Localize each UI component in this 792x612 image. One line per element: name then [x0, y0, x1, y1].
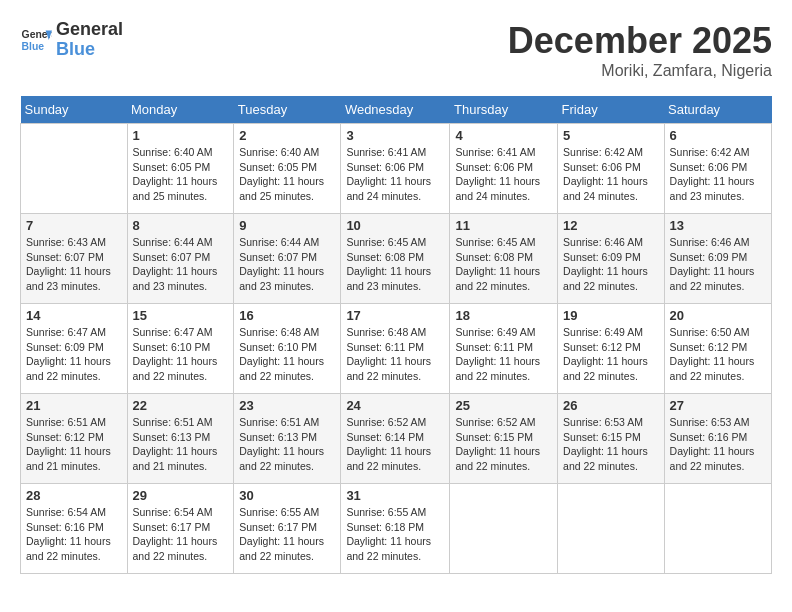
day-number: 24 — [346, 398, 444, 413]
day-number: 18 — [455, 308, 552, 323]
calendar-cell: 4Sunrise: 6:41 AMSunset: 6:06 PMDaylight… — [450, 124, 558, 214]
calendar-header-sunday: Sunday — [21, 96, 128, 124]
day-number: 19 — [563, 308, 659, 323]
calendar-cell: 30Sunrise: 6:55 AMSunset: 6:17 PMDayligh… — [234, 484, 341, 574]
calendar-table: SundayMondayTuesdayWednesdayThursdayFrid… — [20, 96, 772, 574]
calendar-cell: 6Sunrise: 6:42 AMSunset: 6:06 PMDaylight… — [664, 124, 771, 214]
day-info: Sunrise: 6:51 AMSunset: 6:13 PMDaylight:… — [239, 415, 335, 474]
page-header: General Blue General Blue December 2025 … — [20, 20, 772, 80]
calendar-cell: 7Sunrise: 6:43 AMSunset: 6:07 PMDaylight… — [21, 214, 128, 304]
logo-text: General Blue — [56, 20, 123, 60]
calendar-cell: 3Sunrise: 6:41 AMSunset: 6:06 PMDaylight… — [341, 124, 450, 214]
svg-text:Blue: Blue — [22, 40, 45, 51]
day-number: 23 — [239, 398, 335, 413]
calendar-cell: 10Sunrise: 6:45 AMSunset: 6:08 PMDayligh… — [341, 214, 450, 304]
day-info: Sunrise: 6:40 AMSunset: 6:05 PMDaylight:… — [133, 145, 229, 204]
day-info: Sunrise: 6:49 AMSunset: 6:12 PMDaylight:… — [563, 325, 659, 384]
day-info: Sunrise: 6:49 AMSunset: 6:11 PMDaylight:… — [455, 325, 552, 384]
month-year: December 2025 — [508, 20, 772, 62]
calendar-cell — [450, 484, 558, 574]
day-number: 10 — [346, 218, 444, 233]
calendar-cell: 29Sunrise: 6:54 AMSunset: 6:17 PMDayligh… — [127, 484, 234, 574]
week-row-3: 14Sunrise: 6:47 AMSunset: 6:09 PMDayligh… — [21, 304, 772, 394]
calendar-cell: 14Sunrise: 6:47 AMSunset: 6:09 PMDayligh… — [21, 304, 128, 394]
day-info: Sunrise: 6:53 AMSunset: 6:15 PMDaylight:… — [563, 415, 659, 474]
day-number: 3 — [346, 128, 444, 143]
calendar-cell: 21Sunrise: 6:51 AMSunset: 6:12 PMDayligh… — [21, 394, 128, 484]
day-number: 28 — [26, 488, 122, 503]
day-number: 22 — [133, 398, 229, 413]
day-info: Sunrise: 6:50 AMSunset: 6:12 PMDaylight:… — [670, 325, 766, 384]
day-number: 30 — [239, 488, 335, 503]
calendar-cell: 8Sunrise: 6:44 AMSunset: 6:07 PMDaylight… — [127, 214, 234, 304]
day-number: 12 — [563, 218, 659, 233]
day-number: 20 — [670, 308, 766, 323]
day-number: 11 — [455, 218, 552, 233]
day-info: Sunrise: 6:55 AMSunset: 6:18 PMDaylight:… — [346, 505, 444, 564]
calendar-header-saturday: Saturday — [664, 96, 771, 124]
calendar-header-tuesday: Tuesday — [234, 96, 341, 124]
day-info: Sunrise: 6:45 AMSunset: 6:08 PMDaylight:… — [455, 235, 552, 294]
calendar-cell: 26Sunrise: 6:53 AMSunset: 6:15 PMDayligh… — [558, 394, 665, 484]
calendar-cell: 16Sunrise: 6:48 AMSunset: 6:10 PMDayligh… — [234, 304, 341, 394]
day-info: Sunrise: 6:41 AMSunset: 6:06 PMDaylight:… — [346, 145, 444, 204]
day-info: Sunrise: 6:44 AMSunset: 6:07 PMDaylight:… — [133, 235, 229, 294]
calendar-header-monday: Monday — [127, 96, 234, 124]
calendar-header-wednesday: Wednesday — [341, 96, 450, 124]
day-number: 9 — [239, 218, 335, 233]
logo-icon: General Blue — [20, 24, 52, 56]
day-number: 7 — [26, 218, 122, 233]
week-row-2: 7Sunrise: 6:43 AMSunset: 6:07 PMDaylight… — [21, 214, 772, 304]
day-info: Sunrise: 6:51 AMSunset: 6:13 PMDaylight:… — [133, 415, 229, 474]
day-number: 17 — [346, 308, 444, 323]
calendar-cell: 2Sunrise: 6:40 AMSunset: 6:05 PMDaylight… — [234, 124, 341, 214]
day-info: Sunrise: 6:53 AMSunset: 6:16 PMDaylight:… — [670, 415, 766, 474]
day-info: Sunrise: 6:42 AMSunset: 6:06 PMDaylight:… — [670, 145, 766, 204]
day-number: 6 — [670, 128, 766, 143]
calendar-cell: 19Sunrise: 6:49 AMSunset: 6:12 PMDayligh… — [558, 304, 665, 394]
day-info: Sunrise: 6:46 AMSunset: 6:09 PMDaylight:… — [563, 235, 659, 294]
calendar-cell: 17Sunrise: 6:48 AMSunset: 6:11 PMDayligh… — [341, 304, 450, 394]
day-number: 14 — [26, 308, 122, 323]
day-number: 8 — [133, 218, 229, 233]
day-info: Sunrise: 6:42 AMSunset: 6:06 PMDaylight:… — [563, 145, 659, 204]
day-info: Sunrise: 6:47 AMSunset: 6:09 PMDaylight:… — [26, 325, 122, 384]
day-number: 31 — [346, 488, 444, 503]
day-info: Sunrise: 6:48 AMSunset: 6:11 PMDaylight:… — [346, 325, 444, 384]
calendar-header-thursday: Thursday — [450, 96, 558, 124]
day-number: 16 — [239, 308, 335, 323]
day-info: Sunrise: 6:47 AMSunset: 6:10 PMDaylight:… — [133, 325, 229, 384]
calendar-cell: 9Sunrise: 6:44 AMSunset: 6:07 PMDaylight… — [234, 214, 341, 304]
location: Moriki, Zamfara, Nigeria — [508, 62, 772, 80]
day-number: 26 — [563, 398, 659, 413]
calendar-cell: 28Sunrise: 6:54 AMSunset: 6:16 PMDayligh… — [21, 484, 128, 574]
day-number: 29 — [133, 488, 229, 503]
calendar-cell: 12Sunrise: 6:46 AMSunset: 6:09 PMDayligh… — [558, 214, 665, 304]
calendar-header-row: SundayMondayTuesdayWednesdayThursdayFrid… — [21, 96, 772, 124]
day-info: Sunrise: 6:51 AMSunset: 6:12 PMDaylight:… — [26, 415, 122, 474]
calendar-cell: 1Sunrise: 6:40 AMSunset: 6:05 PMDaylight… — [127, 124, 234, 214]
day-info: Sunrise: 6:44 AMSunset: 6:07 PMDaylight:… — [239, 235, 335, 294]
day-number: 4 — [455, 128, 552, 143]
calendar-cell: 13Sunrise: 6:46 AMSunset: 6:09 PMDayligh… — [664, 214, 771, 304]
calendar-cell: 18Sunrise: 6:49 AMSunset: 6:11 PMDayligh… — [450, 304, 558, 394]
calendar-cell: 11Sunrise: 6:45 AMSunset: 6:08 PMDayligh… — [450, 214, 558, 304]
calendar-cell: 23Sunrise: 6:51 AMSunset: 6:13 PMDayligh… — [234, 394, 341, 484]
day-info: Sunrise: 6:52 AMSunset: 6:15 PMDaylight:… — [455, 415, 552, 474]
day-info: Sunrise: 6:46 AMSunset: 6:09 PMDaylight:… — [670, 235, 766, 294]
day-number: 21 — [26, 398, 122, 413]
day-number: 25 — [455, 398, 552, 413]
week-row-4: 21Sunrise: 6:51 AMSunset: 6:12 PMDayligh… — [21, 394, 772, 484]
day-info: Sunrise: 6:43 AMSunset: 6:07 PMDaylight:… — [26, 235, 122, 294]
calendar-cell: 5Sunrise: 6:42 AMSunset: 6:06 PMDaylight… — [558, 124, 665, 214]
day-info: Sunrise: 6:45 AMSunset: 6:08 PMDaylight:… — [346, 235, 444, 294]
calendar-cell — [664, 484, 771, 574]
calendar-cell — [558, 484, 665, 574]
week-row-5: 28Sunrise: 6:54 AMSunset: 6:16 PMDayligh… — [21, 484, 772, 574]
calendar-cell: 25Sunrise: 6:52 AMSunset: 6:15 PMDayligh… — [450, 394, 558, 484]
calendar-cell: 27Sunrise: 6:53 AMSunset: 6:16 PMDayligh… — [664, 394, 771, 484]
calendar-cell: 31Sunrise: 6:55 AMSunset: 6:18 PMDayligh… — [341, 484, 450, 574]
title-block: December 2025 Moriki, Zamfara, Nigeria — [508, 20, 772, 80]
logo: General Blue General Blue — [20, 20, 123, 60]
calendar-cell: 22Sunrise: 6:51 AMSunset: 6:13 PMDayligh… — [127, 394, 234, 484]
